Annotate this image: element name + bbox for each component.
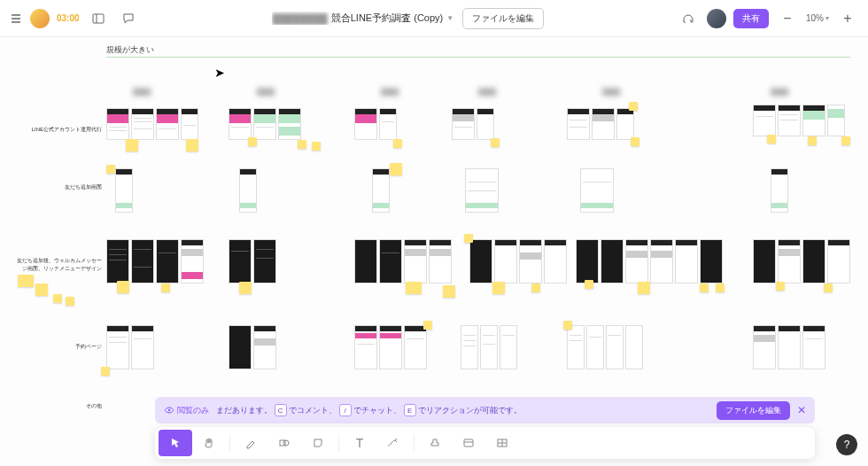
- thumb-group[interactable]: [354, 239, 452, 283]
- row-label: LINE公式アカウント運用代行: [13, 126, 102, 134]
- sticky-note[interactable]: [53, 294, 62, 303]
- bottom-toolbar: T: [155, 427, 815, 459]
- sticky-note[interactable]: [443, 285, 455, 298]
- thumb-group[interactable]: [115, 168, 133, 213]
- thumb-group[interactable]: [354, 108, 397, 140]
- sticky-tool[interactable]: [301, 430, 335, 456]
- help-button[interactable]: ?: [836, 434, 857, 455]
- thumb-group[interactable]: [469, 239, 567, 283]
- thumb-group[interactable]: [753, 105, 845, 136]
- row-label: 友だち追加後、ウェルカムメッセージ画面、リッチメニューデザイン: [13, 257, 102, 273]
- thumb-group[interactable]: [452, 108, 494, 140]
- view-only-tag: 閲覧のみ: [164, 405, 209, 416]
- thumb-group[interactable]: [753, 325, 825, 369]
- thumb-group[interactable]: [229, 108, 301, 140]
- document-title[interactable]: ████████ 競合LINE予約調査 (Copy) ▼: [272, 12, 453, 25]
- sticky-note[interactable]: [563, 321, 572, 330]
- pen-tool[interactable]: [234, 430, 267, 456]
- svg-rect-5: [464, 439, 473, 447]
- sticky-note[interactable]: [126, 139, 138, 151]
- thumb-group[interactable]: [239, 168, 257, 213]
- thumb-group[interactable]: [229, 239, 276, 283]
- headphones-icon[interactable]: [677, 7, 700, 30]
- sticky-note[interactable]: [585, 280, 593, 289]
- zoom-in-icon[interactable]: +: [836, 7, 859, 30]
- edit-file-button[interactable]: ファイルを編集: [462, 8, 544, 29]
- sticky-note[interactable]: [464, 234, 473, 243]
- sticky-note[interactable]: [631, 137, 639, 146]
- zoom-out-icon[interactable]: −: [776, 7, 799, 30]
- sticky-note[interactable]: [312, 142, 321, 151]
- sticky-note[interactable]: [35, 283, 48, 296]
- zoom-level[interactable]: 10% ▾: [806, 13, 829, 23]
- sticky-note[interactable]: [824, 283, 833, 292]
- main-menu-icon[interactable]: [9, 12, 23, 26]
- table-tool[interactable]: [485, 430, 519, 456]
- thumb-group[interactable]: [354, 325, 427, 369]
- sticky-note[interactable]: [638, 282, 650, 294]
- sticky-note[interactable]: [390, 163, 402, 175]
- thumb-group[interactable]: [106, 239, 204, 283]
- sticky-note[interactable]: [767, 135, 776, 144]
- sticky-note[interactable]: [423, 321, 432, 330]
- section-tool[interactable]: [452, 430, 485, 456]
- shapes-tool[interactable]: [267, 430, 301, 456]
- sticky-note[interactable]: [716, 283, 725, 292]
- user-avatar[interactable]: [30, 9, 50, 28]
- thumb-group[interactable]: [567, 108, 634, 140]
- row-label: 予約ページ: [13, 343, 102, 351]
- svg-point-2: [168, 409, 170, 411]
- sticky-note[interactable]: [406, 282, 422, 294]
- thumb-group[interactable]: [372, 168, 390, 213]
- sticky-note[interactable]: [776, 282, 785, 291]
- hand-tool-icon[interactable]: [192, 430, 226, 456]
- close-icon[interactable]: ✕: [797, 404, 806, 416]
- sticky-note[interactable]: [186, 139, 198, 151]
- top-bar: 03:00 ████████ 競合LINE予約調査 (Copy) ▼ ファイルを…: [0, 0, 868, 37]
- panels-icon[interactable]: [87, 7, 110, 30]
- sticky-note[interactable]: [491, 138, 500, 147]
- thumb-group[interactable]: [106, 108, 198, 140]
- sticky-note[interactable]: [298, 140, 306, 149]
- sticky-note[interactable]: [66, 297, 74, 306]
- thumb-group[interactable]: [461, 325, 517, 369]
- sticky-note[interactable]: [117, 281, 129, 293]
- thumb-group[interactable]: [753, 239, 850, 283]
- thumb-group[interactable]: [580, 168, 614, 213]
- sticky-note[interactable]: [629, 102, 638, 111]
- sticky-note[interactable]: [808, 136, 817, 145]
- sticky-note[interactable]: [101, 367, 110, 376]
- eye-icon: [164, 405, 174, 416]
- sticky-note[interactable]: [841, 136, 850, 145]
- thumb-group[interactable]: [771, 168, 788, 213]
- key-slash: /: [339, 404, 352, 416]
- canvas-area[interactable]: 規模が大きい ➤ ████ ████ ████ ████ ████ ████ L…: [0, 37, 868, 466]
- stamp-tool[interactable]: [418, 430, 452, 456]
- key-e: E: [404, 404, 416, 416]
- sticky-note[interactable]: [531, 283, 540, 292]
- connector-tool[interactable]: [376, 430, 410, 456]
- banner-edit-button[interactable]: ファイルを編集: [717, 401, 790, 420]
- thumb-group[interactable]: [465, 168, 499, 213]
- text-tool[interactable]: T: [343, 430, 376, 456]
- thumb-group[interactable]: [567, 325, 643, 369]
- chevron-down-icon[interactable]: ▼: [446, 14, 453, 22]
- collaborator-avatar[interactable]: [707, 9, 726, 28]
- sticky-note[interactable]: [492, 282, 505, 294]
- timer-badge: 03:00: [57, 13, 80, 23]
- sticky-note[interactable]: [248, 137, 257, 146]
- sticky-note[interactable]: [106, 165, 115, 174]
- sticky-note[interactable]: [18, 275, 34, 287]
- pointer-tool[interactable]: [159, 430, 192, 456]
- section-divider: [106, 57, 850, 58]
- sticky-note[interactable]: [700, 283, 709, 292]
- sticky-note[interactable]: [393, 139, 402, 148]
- thumb-group[interactable]: [106, 325, 154, 369]
- share-button[interactable]: 共有: [733, 9, 769, 28]
- chevron-down-icon: ▾: [825, 14, 829, 22]
- thumb-group[interactable]: [576, 239, 723, 283]
- sticky-note[interactable]: [239, 282, 252, 294]
- sticky-note[interactable]: [161, 283, 170, 292]
- comment-speech-icon[interactable]: [117, 7, 140, 30]
- thumb-group[interactable]: [229, 325, 276, 369]
